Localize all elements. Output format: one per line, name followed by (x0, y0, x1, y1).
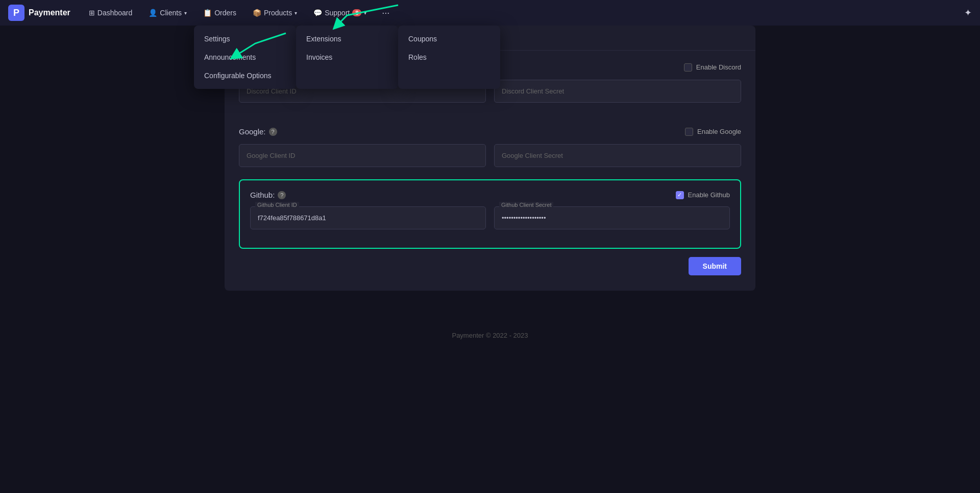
support-label: Support (325, 9, 350, 17)
theme-toggle[interactable]: ✦ (964, 7, 972, 18)
nav-dashboard[interactable]: ⊞ Dashboard (83, 6, 139, 20)
google-enable-label: Enable Google (697, 128, 741, 135)
dropdown-coupons[interactable]: Coupons (398, 30, 500, 48)
dropdown-announcements[interactable]: Announcements (194, 48, 296, 66)
discord-enable-toggle[interactable]: Enable Discord (684, 63, 741, 72)
google-help-icon[interactable]: ? (269, 128, 277, 136)
google-label: Google: (239, 127, 266, 136)
products-label: Products (264, 9, 292, 17)
logo-icon: P (8, 5, 24, 21)
dashboard-icon: ⊞ (89, 9, 95, 17)
dropdown-col1: Settings Announcements Configurable Opti… (194, 26, 296, 89)
nav-clients[interactable]: 👤 Clients ▾ (142, 6, 193, 20)
clients-icon: 👤 (149, 9, 157, 17)
more-dots-label: ··· (382, 8, 389, 18)
google-client-secret-input[interactable] (494, 144, 741, 167)
nav-more[interactable]: ··· (377, 6, 395, 20)
dropdown-roles[interactable]: Roles (398, 48, 500, 66)
google-checkbox[interactable] (685, 128, 693, 136)
nav-orders[interactable]: 📋 Orders (197, 6, 242, 20)
github-enable-label: Enable Github (688, 191, 730, 199)
clients-label: Clients (160, 9, 182, 17)
github-help-icon[interactable]: ? (278, 191, 286, 199)
github-client-id-input[interactable] (250, 206, 486, 229)
discord-client-secret-group (494, 80, 741, 103)
dropdown-invoices[interactable]: Invoices (296, 48, 398, 66)
google-client-id-input[interactable] (239, 144, 486, 167)
products-icon: 📦 (253, 9, 261, 17)
discord-client-secret-input[interactable] (494, 80, 741, 103)
footer-text: Paymenter © 2022 - 2023 (452, 332, 528, 339)
google-client-id-group (239, 144, 486, 167)
dropdown-settings[interactable]: Settings (194, 30, 296, 48)
discord-checkbox[interactable] (684, 63, 692, 72)
dropdown-configurable-options[interactable]: Configurable Options (194, 66, 296, 85)
support-chevron: ▾ (364, 10, 366, 16)
products-chevron: ▾ (295, 10, 297, 16)
dropdown-col3: Coupons Roles (398, 26, 500, 89)
github-client-secret-input[interactable] (494, 206, 730, 229)
clients-chevron: ▾ (184, 10, 187, 16)
products-dropdown: Settings Announcements Configurable Opti… (194, 26, 500, 89)
github-label: Github: (250, 191, 275, 199)
google-client-secret-group (494, 144, 741, 167)
github-enable-toggle[interactable]: Enable Github (676, 191, 730, 199)
github-section: Github: ? Enable Github Github Client ID… (239, 179, 741, 249)
submit-button[interactable]: Submit (689, 257, 741, 275)
github-title: Github: ? (250, 191, 286, 199)
dropdown-extensions[interactable]: Extensions (296, 30, 398, 48)
nav-products[interactable]: 📦 Products ▾ (247, 6, 303, 20)
navbar: P Paymenter ⊞ Dashboard 👤 Clients ▾ 📋 Or… (0, 0, 980, 26)
google-title: Google: ? (239, 127, 277, 136)
google-header: Google: ? Enable Google (239, 127, 741, 136)
github-checkbox[interactable] (676, 191, 684, 199)
logo[interactable]: P Paymenter (8, 5, 70, 21)
nav-support[interactable]: 💬 Support 8 ▾ (307, 6, 373, 20)
github-header: Github: ? Enable Github (250, 191, 730, 199)
google-inputs (239, 144, 741, 167)
orders-label: Orders (214, 9, 236, 17)
github-client-secret-label: Github Client Secret (499, 202, 553, 208)
orders-icon: 📋 (203, 9, 212, 17)
support-badge: 8 (352, 9, 361, 16)
github-client-secret-group: Github Client Secret (494, 206, 730, 229)
github-inputs: Github Client ID Github Client Secret (250, 206, 730, 229)
support-icon: 💬 (313, 9, 322, 17)
github-client-id-group: Github Client ID (250, 206, 486, 229)
discord-enable-label: Enable Discord (696, 63, 741, 71)
dashboard-label: Dashboard (97, 9, 133, 17)
footer: Paymenter © 2022 - 2023 (225, 332, 755, 355)
app-name: Paymenter (29, 8, 70, 17)
github-client-id-label: Github Client ID (255, 202, 299, 208)
google-section: Google: ? Enable Google (225, 115, 755, 179)
google-enable-toggle[interactable]: Enable Google (685, 128, 741, 136)
submit-row: Submit (225, 257, 755, 275)
dropdown-col2: Extensions Invoices (296, 26, 398, 89)
